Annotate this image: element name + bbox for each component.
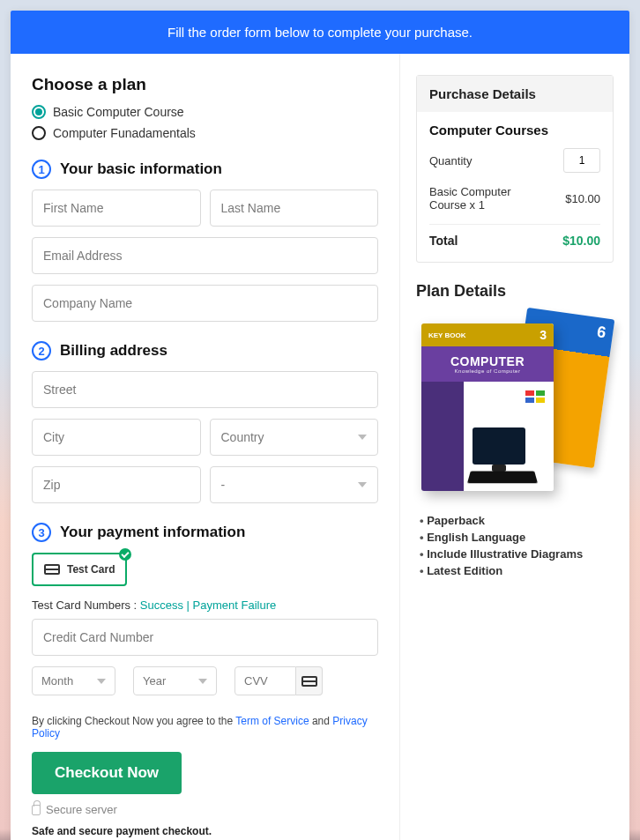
- cvv-input[interactable]: [234, 666, 296, 695]
- step-number: 1: [32, 160, 51, 179]
- credit-card-icon: [44, 564, 60, 575]
- state-placeholder: -: [221, 478, 226, 492]
- company-input[interactable]: [32, 285, 378, 322]
- agree-text: By clicking Checkout Now you agree to th…: [32, 715, 378, 740]
- secure-label: Secure server: [46, 803, 117, 816]
- check-icon: [119, 548, 131, 561]
- banner: Fill the order form below to complete yo…: [11, 11, 629, 54]
- email-input[interactable]: [32, 237, 378, 274]
- total-amount: $10.00: [562, 234, 600, 248]
- plan-option-basic[interactable]: Basic Computer Course: [32, 105, 378, 119]
- failure-link[interactable]: Payment Failure: [193, 598, 277, 612]
- chevron-down-icon: [198, 679, 207, 684]
- chevron-down-icon: [358, 482, 367, 487]
- plan-details-title: Plan Details: [416, 282, 614, 301]
- plan-feature-list: Paperback English Language Include Illus…: [416, 514, 614, 577]
- expiry-month-select[interactable]: Month: [32, 666, 115, 695]
- street-input[interactable]: [32, 371, 378, 408]
- windows-icon: [525, 390, 548, 405]
- first-name-input[interactable]: [32, 190, 201, 227]
- test-card-label: Test Card: [67, 563, 115, 576]
- list-item: Latest Edition: [420, 564, 614, 577]
- tos-link[interactable]: Term of Service: [235, 715, 309, 727]
- last-name-input[interactable]: [210, 190, 379, 227]
- purchase-details-heading: Purchase Details: [417, 76, 613, 112]
- purchase-details-box: Purchase Details Computer Courses Quanti…: [416, 75, 614, 263]
- test-card-chip[interactable]: Test Card: [32, 553, 127, 586]
- chevron-down-icon: [358, 435, 367, 440]
- country-select[interactable]: Country: [210, 419, 379, 456]
- checkout-button[interactable]: Checkout Now: [32, 752, 182, 794]
- lock-icon: [32, 805, 41, 815]
- step-title-billing: Billing address: [60, 342, 167, 360]
- step-title-payment: Your payment information: [60, 524, 245, 541]
- step-title-basic-info: Your basic information: [60, 160, 222, 178]
- total-label: Total: [429, 234, 458, 248]
- plan-option-label: Computer Funadamentals: [53, 126, 196, 140]
- plan-book-image: 6 KEY BOOK3 COMPUTERKnowledge of Compute…: [416, 313, 610, 498]
- expiry-year-select[interactable]: Year: [133, 666, 217, 695]
- card-back-icon: [296, 666, 323, 695]
- monitor-icon: [473, 427, 525, 465]
- step-number: 3: [32, 523, 51, 542]
- state-select[interactable]: -: [210, 466, 379, 503]
- choose-plan-title: Choose a plan: [32, 75, 378, 94]
- line-item-label: Basic Computer Course x 1: [429, 185, 544, 212]
- card-number-input[interactable]: [32, 619, 378, 656]
- purchase-subheading: Computer Courses: [429, 123, 600, 138]
- success-link[interactable]: Success: [140, 598, 183, 612]
- step-number: 2: [32, 341, 51, 361]
- list-item: English Language: [420, 531, 614, 544]
- plan-option-fundamentals[interactable]: Computer Funadamentals: [32, 126, 378, 140]
- radio-selected-icon: [32, 105, 46, 119]
- quantity-label: Quantity: [429, 154, 472, 167]
- chevron-down-icon: [97, 679, 106, 684]
- safe-text: Safe and secure payment checkout.: [32, 825, 378, 837]
- city-input[interactable]: [32, 419, 201, 456]
- zip-input[interactable]: [32, 466, 201, 503]
- country-placeholder: Country: [221, 430, 264, 444]
- keyboard-icon: [467, 471, 538, 483]
- test-card-hint: Test Card Numbers : Success | Payment Fa…: [32, 598, 378, 612]
- quantity-input[interactable]: [563, 148, 600, 173]
- plan-option-label: Basic Computer Course: [53, 105, 184, 119]
- list-item: Paperback: [420, 514, 614, 527]
- line-item-amount: $10.00: [565, 192, 600, 205]
- radio-unselected-icon: [32, 126, 46, 140]
- list-item: Include Illustrative Diagrams: [420, 547, 614, 561]
